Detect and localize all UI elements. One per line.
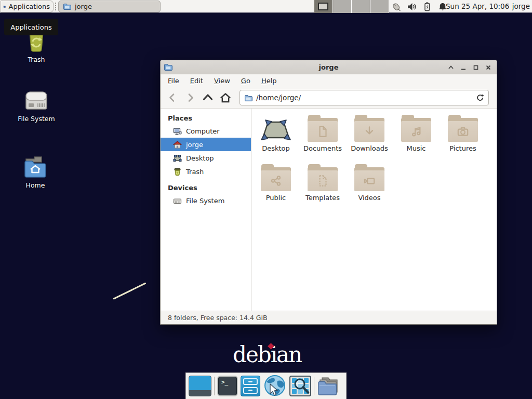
- file-label: Desktop: [262, 144, 290, 152]
- templates-folder-icon: [308, 164, 338, 191]
- status-text: 8 folders, Free space: 14.4 GiB: [168, 314, 268, 322]
- window-content: Places Computer jorge: [161, 109, 497, 311]
- sidebar: Places Computer jorge: [161, 109, 251, 311]
- public-folder-icon: [261, 164, 291, 191]
- close-button[interactable]: [485, 64, 491, 71]
- pictures-folder-icon: [448, 115, 478, 142]
- file-item-videos[interactable]: Videos: [346, 164, 393, 214]
- menu-edit[interactable]: Edit: [190, 77, 203, 85]
- file-label: Public: [266, 194, 286, 202]
- up-button[interactable]: [199, 89, 217, 106]
- back-button[interactable]: [164, 89, 181, 106]
- debian-logo-text: debian: [233, 342, 301, 367]
- desktop-icon-home[interactable]: Home: [8, 156, 62, 189]
- dock: >_: [185, 373, 347, 399]
- sidebar-item-label: jorge: [186, 141, 203, 149]
- battery-icon[interactable]: [422, 2, 432, 12]
- music-folder-icon: [401, 115, 431, 142]
- icon-view: Desktop Documents: [251, 109, 497, 311]
- sidebar-header-devices: Devices: [161, 181, 251, 194]
- terminal-icon: >_: [217, 376, 238, 396]
- sidebar-item-trash[interactable]: Trash: [161, 165, 251, 178]
- directory-menu-launcher[interactable]: [317, 376, 340, 396]
- desktop-folder-icon: [261, 115, 291, 142]
- desktop-icon-label: File System: [9, 115, 63, 123]
- workspace-3[interactable]: [352, 0, 370, 13]
- window-titlebar[interactable]: jorge: [161, 60, 497, 74]
- menu-file[interactable]: File: [168, 77, 179, 85]
- sidebar-item-label: Computer: [186, 127, 220, 135]
- shade-button[interactable]: [447, 64, 454, 71]
- file-item-downloads[interactable]: Downloads: [346, 115, 393, 164]
- home-folder-icon: [8, 156, 62, 179]
- file-item-public[interactable]: Public: [252, 164, 299, 214]
- sidebar-item-jorge[interactable]: jorge: [161, 138, 251, 151]
- taskbar-window-label: jorge: [75, 3, 92, 10]
- web-browser-launcher[interactable]: [263, 374, 287, 398]
- downloads-folder-icon: [354, 115, 384, 142]
- minimize-button[interactable]: [460, 64, 467, 71]
- trash-small-icon: [173, 167, 182, 176]
- desktop-icon-label: Home: [8, 181, 62, 189]
- status-bar: 8 folders, Free space: 14.4 GiB: [161, 311, 497, 324]
- path-input[interactable]: /home/jorge/: [256, 94, 472, 102]
- top-panel: Applications jorge: [0, 0, 532, 13]
- documents-folder-icon: [308, 115, 338, 142]
- terminal-launcher[interactable]: >_: [217, 376, 238, 396]
- file-manager-window: jorge File Edit View Go Help: [160, 60, 497, 325]
- sidebar-item-label: Desktop: [186, 154, 214, 162]
- path-folder-icon: [244, 94, 252, 102]
- dock-separator: [314, 377, 314, 395]
- file-item-templates[interactable]: Templates: [299, 164, 346, 214]
- app-finder-launcher[interactable]: [289, 376, 311, 396]
- stacked-folders-icon: [317, 376, 340, 396]
- menu-go[interactable]: Go: [241, 77, 250, 85]
- location-bar[interactable]: /home/jorge/: [240, 90, 489, 105]
- show-desktop-button[interactable]: [189, 376, 211, 396]
- file-item-pictures[interactable]: Pictures: [440, 115, 486, 164]
- workspace-window-thumb: [318, 3, 328, 10]
- panel-clock[interactable]: Sun 25 Apr, 10:06: [446, 0, 509, 13]
- taskbar-window-button[interactable]: jorge: [58, 1, 161, 12]
- home-button[interactable]: [217, 89, 234, 106]
- home-icon: [173, 140, 182, 149]
- menu-view[interactable]: View: [214, 77, 230, 85]
- panel-user-label[interactable]: jorge: [512, 0, 530, 13]
- input-device-icon[interactable]: [391, 2, 401, 12]
- maximize-button[interactable]: [472, 64, 479, 71]
- hard-drive-icon: [9, 89, 63, 112]
- desktop-icon: [173, 154, 182, 163]
- toolbar: /home/jorge/: [161, 87, 497, 109]
- file-item-documents[interactable]: Documents: [299, 115, 346, 164]
- system-tray: [391, 0, 448, 13]
- file-manager-launcher[interactable]: [241, 376, 260, 396]
- sidebar-item-file-system[interactable]: File System: [161, 194, 251, 207]
- menu-bar: File Edit View Go Help: [161, 74, 497, 87]
- panel-drag-handle[interactable]: [55, 3, 56, 10]
- menu-help[interactable]: Help: [261, 77, 277, 85]
- workspace-1[interactable]: [314, 0, 333, 13]
- sidebar-item-desktop[interactable]: Desktop: [161, 151, 251, 165]
- file-label: Templates: [305, 194, 340, 202]
- drive-small-icon: [173, 196, 182, 205]
- file-cabinet-icon: [241, 376, 260, 396]
- file-label: Music: [407, 144, 426, 152]
- workspace-2[interactable]: [333, 0, 352, 13]
- applications-menu-label: Applications: [9, 3, 50, 10]
- forward-button[interactable]: [181, 89, 199, 106]
- file-item-desktop[interactable]: Desktop: [252, 115, 299, 164]
- desktop-icon-file-system[interactable]: File System: [9, 89, 63, 123]
- reload-icon[interactable]: [476, 94, 484, 102]
- applications-menu-button[interactable]: Applications: [1, 1, 54, 12]
- sidebar-item-label: File System: [186, 197, 224, 205]
- file-item-music[interactable]: Music: [393, 115, 440, 164]
- workspace-4[interactable]: [370, 0, 389, 13]
- window-title: jorge: [161, 63, 497, 71]
- applications-tooltip: Applications: [4, 19, 58, 35]
- terminal-prompt-glyph: >_: [221, 379, 228, 385]
- file-label: Documents: [303, 144, 342, 152]
- volume-icon[interactable]: [406, 2, 417, 12]
- xfce-logo-icon: [3, 3, 6, 11]
- file-label: Pictures: [449, 144, 476, 152]
- sidebar-item-computer[interactable]: Computer: [161, 124, 251, 138]
